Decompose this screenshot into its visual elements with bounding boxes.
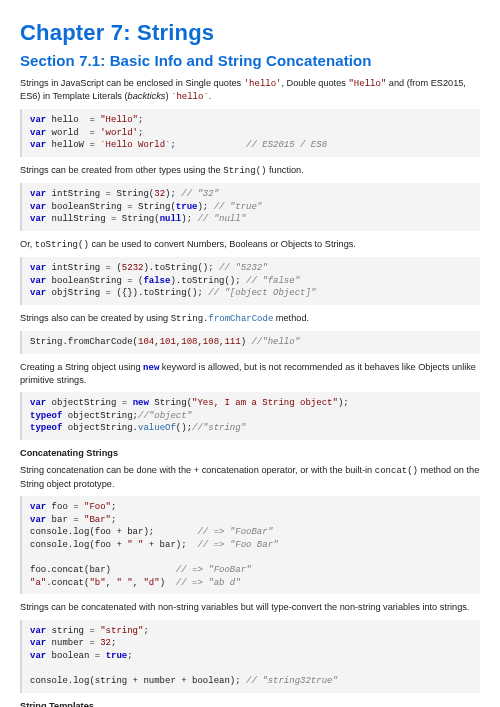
code-block-7: var string = "string"; var number = 32; …	[20, 620, 480, 693]
para-6: String concatenation can be done with th…	[20, 464, 480, 490]
para-intro: Strings in JavaScript can be enclosed in…	[20, 77, 480, 103]
code-block-3: var intString = (5232).toString(); // "5…	[20, 257, 480, 305]
code-block-1: var hello = "Hello"; var world = 'world'…	[20, 109, 480, 157]
para-5: Creating a String object using new keywo…	[20, 361, 480, 387]
code-block-4: String.fromCharCode(104,101,108,108,111)…	[20, 331, 480, 354]
code-block-2: var intString = String(32); // "32" var …	[20, 183, 480, 231]
para-2: Strings can be created from other types …	[20, 164, 480, 177]
code-block-5: var objectString = new String("Yes, I am…	[20, 392, 480, 440]
para-7: Strings can be concatenated with non-str…	[20, 601, 480, 613]
subheading-concat: Concatenating Strings	[20, 447, 480, 459]
subheading-templates: String Templates	[20, 700, 480, 707]
section-title: Section 7.1: Basic Info and String Conca…	[20, 52, 480, 69]
para-3: Or, toString() can be used to convert Nu…	[20, 238, 480, 251]
chapter-title: Chapter 7: Strings	[20, 20, 480, 46]
code-block-6: var foo = "Foo"; var bar = "Bar"; consol…	[20, 496, 480, 594]
para-4: Strings also can be created by using Str…	[20, 312, 480, 325]
